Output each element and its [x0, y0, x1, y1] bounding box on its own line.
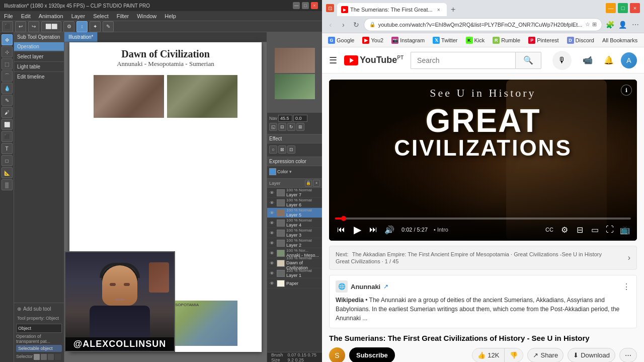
sub-tool-edit-timeline[interactable]: Edit timeline [14, 73, 64, 81]
sub-tool-select-layer[interactable]: Select layer [14, 52, 64, 61]
bookmark-google[interactable]: G Google [325, 36, 357, 45]
toolbar-btn-2[interactable]: ↩ [15, 21, 26, 32]
menu-layer[interactable]: Layer [69, 13, 88, 19]
tool-operation[interactable]: ✥ [2, 34, 13, 45]
browser-profile-btn[interactable]: 👤 [617, 19, 628, 31]
layer-row-dawn[interactable]: 👁 100 % Normal Dawn of Civilization [267, 258, 322, 268]
yt-share-btn[interactable]: ↗ Share [527, 348, 564, 362]
yt-notifications-btn[interactable]: 🔔 [600, 51, 618, 69]
yt-info-external-link[interactable]: ↗ [383, 283, 388, 290]
yt-upload-btn[interactable]: 📹 [579, 51, 597, 69]
toolbar-btn-7[interactable]: ✎ [103, 21, 114, 32]
menu-select[interactable]: Select [91, 13, 111, 19]
skip-forward-btn[interactable]: ⏭ [367, 224, 379, 236]
yt-info-more-options-btn[interactable]: ⋮ [622, 282, 630, 292]
layer-5-eye[interactable]: 👁 [268, 209, 275, 216]
bookmark-all[interactable]: All Bookmarks [599, 36, 640, 44]
browser-minimize-btn[interactable]: — [606, 3, 616, 13]
browser-extensions-btn[interactable]: 🧩 [604, 19, 615, 31]
bookmark-kick[interactable]: K Kick [463, 36, 488, 45]
theater-btn[interactable]: ▭ [589, 224, 601, 236]
toolbar-btn-3[interactable]: ↪ [28, 21, 39, 32]
bookmark-twitter[interactable]: 𝕏 Twitter [430, 36, 460, 45]
browser-back-btn[interactable]: ‹ [325, 19, 336, 31]
tool-brush[interactable]: 🖌 [2, 107, 13, 118]
menu-filter[interactable]: Filter [115, 13, 131, 19]
layer-add-btn[interactable]: + [313, 180, 320, 187]
layer-row-1[interactable]: 👁 100 % Normal Layer 1 [267, 268, 322, 278]
tool-text[interactable]: T [2, 143, 13, 154]
bookmark-youtube2[interactable]: ▶ You2 [359, 36, 386, 45]
tool-eraser[interactable]: ⬜ [2, 119, 13, 130]
layer-row-paper[interactable]: 👁 Paper [267, 278, 322, 288]
selector-color-1[interactable] [34, 354, 40, 360]
play-pause-btn[interactable]: ▶ [351, 224, 363, 236]
browser-forward-btn[interactable]: › [338, 19, 349, 31]
layer-1-eye[interactable]: 👁 [268, 270, 275, 277]
csp-minimize-btn[interactable]: — [293, 2, 300, 9]
color-dropdown[interactable]: ▾ [289, 169, 292, 174]
selector-color-3[interactable] [48, 354, 54, 360]
annaki-eye[interactable]: 👁 [268, 250, 275, 257]
layer-7-eye[interactable]: 👁 [268, 189, 275, 196]
settings-btn[interactable]: ⚙ [558, 224, 571, 236]
menu-window[interactable]: Window [135, 13, 158, 19]
props-icon-4[interactable]: ⊞ [296, 123, 304, 131]
reading-mode-icon[interactable]: ⊞ [592, 21, 597, 28]
layer-row-3[interactable]: 👁 100 % Normal Layer 3 [267, 228, 322, 238]
yt-info-source-name[interactable]: Anunnaki [351, 283, 380, 291]
selector-color-4[interactable] [55, 354, 61, 360]
layer-4-eye[interactable]: 👁 [268, 220, 275, 227]
sub-tool-operation[interactable]: Operation [14, 42, 64, 51]
layer-row-6[interactable]: 👁 100 % Normal Layer 6 [267, 198, 322, 208]
info-circle-btn[interactable]: ℹ [621, 85, 632, 96]
bookmark-discord[interactable]: D Discord [564, 36, 597, 45]
csp-close-btn[interactable]: × [311, 2, 318, 9]
x-value[interactable]: 45.5 [278, 115, 292, 122]
skip-back-btn[interactable]: ⏮ [335, 224, 347, 236]
canvas-tab-illustration[interactable]: Illustration* [64, 32, 98, 42]
subscribe-btn[interactable]: Subscribe [349, 347, 395, 362]
tool-ruler[interactable]: 📐 [2, 167, 13, 178]
yt-user-avatar[interactable]: A [621, 52, 637, 68]
volume-btn[interactable]: 🔊 [383, 224, 395, 236]
browser-new-tab-btn[interactable]: + [447, 3, 460, 16]
toolbar-btn-4[interactable]: ⬜⬜ [41, 21, 61, 32]
miniplayer-btn[interactable]: ⊟ [574, 224, 586, 236]
layer-lock-btn[interactable]: 🔒 [305, 180, 312, 187]
layer-row-7[interactable]: 👁 100 % Normal Layer 7 [267, 188, 322, 198]
props-icon-2[interactable]: ⊟ [278, 123, 286, 131]
layer-6-eye[interactable]: 👁 [268, 199, 275, 206]
effect-btn-1[interactable]: ○ [269, 146, 277, 154]
toolbar-btn-1[interactable]: ⬛ [2, 21, 13, 32]
browser-address-bar[interactable]: 🔒 youtube.com/watch?v=EhI8wQm2RQ&list=PL… [364, 18, 603, 31]
tool-fill[interactable]: ⬛ [2, 131, 13, 142]
browser-maximize-btn[interactable]: □ [618, 3, 628, 13]
effect-btn-2[interactable]: ⊠ [278, 146, 286, 154]
browser-active-tab[interactable]: ▶ The Sumerians: The First Great... × [337, 3, 447, 16]
yt-next-box[interactable]: Next: The Akkadian Empire: The First Anc… [329, 246, 637, 270]
color-swatch[interactable] [269, 168, 276, 175]
tool-lasso[interactable]: ⌒ [2, 70, 13, 82]
bookmark-rumble[interactable]: R Rumble [490, 36, 523, 45]
paper-eye[interactable]: 👁 [268, 280, 275, 287]
yt-logo[interactable]: YouTubePT [344, 55, 404, 65]
y-value[interactable]: 0.0 [293, 115, 307, 122]
menu-file[interactable]: File [2, 13, 15, 19]
layer-2-eye[interactable]: 👁 [268, 240, 275, 247]
yt-search-input[interactable] [411, 52, 515, 69]
browser-close-btn[interactable]: × [630, 3, 640, 13]
tool-gradient[interactable]: ▒ [2, 179, 13, 190]
sub-tool-light-table[interactable]: Light table [14, 62, 64, 71]
yt-like-btn[interactable]: 👍 12K [472, 348, 505, 362]
toolbar-btn-5[interactable]: ⚙ [63, 21, 74, 32]
browser-settings-btn[interactable]: ⋯ [630, 19, 641, 31]
props-icon-1[interactable]: ◱ [269, 123, 277, 131]
toolbar-btn-6[interactable]: ✦ [90, 21, 101, 32]
yt-dislike-btn[interactable]: 👎 [505, 348, 523, 362]
cast-btn[interactable]: 📺 [619, 224, 631, 236]
yt-search-btn[interactable]: 🔍 [515, 52, 541, 69]
subtitles-btn[interactable]: CC [543, 224, 555, 236]
browser-tab-close-btn[interactable]: × [435, 6, 443, 14]
selector-color-2[interactable] [41, 354, 47, 360]
